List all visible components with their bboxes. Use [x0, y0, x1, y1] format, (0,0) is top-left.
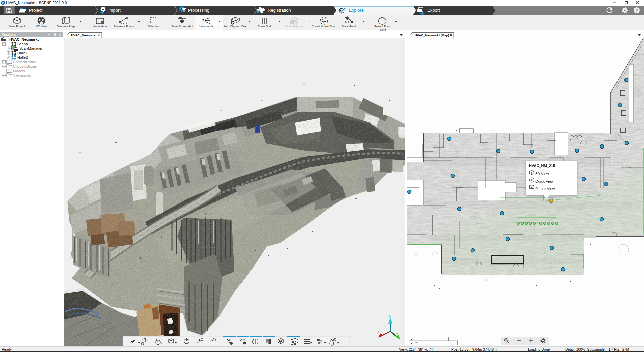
svg-text:Y: Y	[396, 332, 399, 336]
svg-text:S: S	[2, 1, 4, 5]
svg-text:?: ?	[635, 8, 638, 13]
svg-text:Z: Z	[388, 313, 391, 317]
svg-text:5 m: 5 m	[411, 336, 417, 340]
svg-text:20 ft: 20 ft	[411, 341, 418, 345]
svg-text:X: X	[377, 330, 380, 334]
